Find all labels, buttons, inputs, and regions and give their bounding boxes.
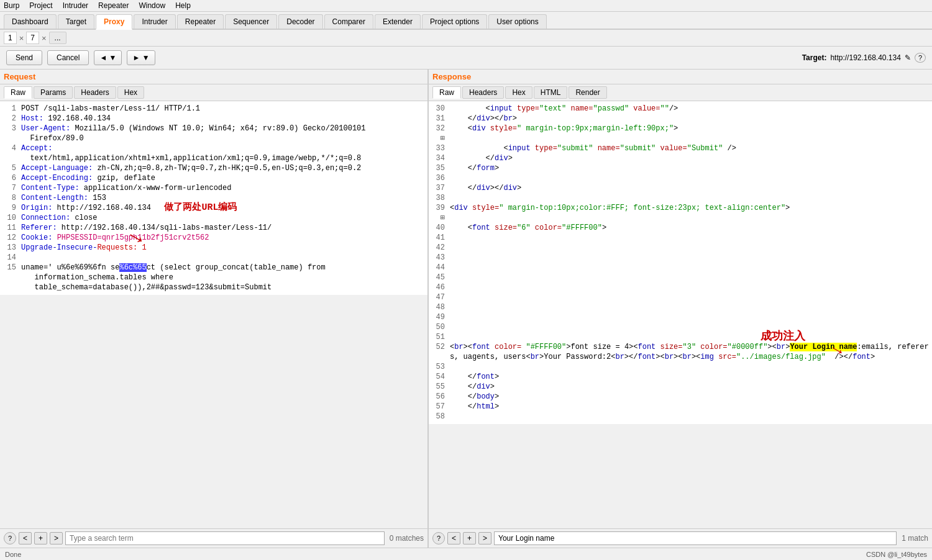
req-line-5: 5 Accept-Language: zh-CN,zh;q=0.8,zh-TW;… (2, 163, 425, 173)
req-line-12: 12 Cookie: PHPSESSID=qnrl5gph11b2fj51crv… (2, 233, 425, 243)
request-tabs: Raw Params Headers Hex (0, 84, 427, 101)
res-line-51: 51 (431, 332, 930, 342)
tab-repeater[interactable]: Repeater (177, 14, 224, 29)
res-line-45: 45 (431, 273, 930, 282)
request-tab-raw[interactable]: Raw (4, 86, 32, 99)
response-tabs: Raw Headers Hex HTML Render (429, 84, 932, 101)
req-line-10: 10 Connection: close (2, 213, 425, 223)
req-line-4b: text/html,application/xhtml+xml,applicat… (2, 153, 425, 163)
tab-extender[interactable]: Extender (375, 14, 421, 29)
status-left: Done (5, 551, 21, 558)
edit-icon[interactable]: ✎ (905, 53, 911, 62)
res-line-48: 48 (431, 302, 930, 312)
response-title: Response (432, 72, 471, 81)
res-line-41: 41 (431, 233, 930, 243)
tab-proxy[interactable]: Proxy (96, 14, 132, 30)
request-panel: Request Raw Params Headers Hex 1 POST /s… (0, 70, 429, 548)
response-panel: Response Raw Headers Hex HTML Render 30 … (429, 70, 932, 548)
request-num-7[interactable]: 7 (26, 32, 39, 44)
request-search-input[interactable] (65, 531, 385, 545)
tab-comparer[interactable]: Comparer (324, 14, 373, 29)
status-bar: Done CSDN @li_t49bytes (0, 548, 932, 560)
request-tab-headers[interactable]: Headers (74, 86, 116, 99)
res-line-31: 31 </div></br> (431, 114, 930, 124)
res-line-50: 50 (431, 322, 930, 332)
request-tab-hex[interactable]: Hex (117, 86, 144, 99)
req-line-13: 13 Upgrade-Insecure-Requests: 1 (2, 243, 425, 253)
req-line-4: 4 Accept: (2, 143, 425, 153)
main-tabbar: Dashboard Target Proxy Intruder Repeater… (0, 12, 932, 30)
res-line-46: 46 (431, 282, 930, 292)
res-line-49: 49 (431, 312, 930, 322)
res-line-37: 37 </div></div> (431, 183, 930, 193)
res-line-52: 52 <br><font color= "#FFFF00">font size … (431, 342, 930, 362)
response-code-area[interactable]: 30 <input type="text" name="passwd" valu… (429, 101, 932, 424)
response-tab-render[interactable]: Render (569, 86, 606, 99)
request-search-next[interactable]: > (50, 532, 63, 544)
res-line-38: 38 (431, 193, 930, 203)
req-line-7: 7 Content-Type: application/x-www-form-u… (2, 183, 425, 193)
req-line-3: 3 User-Agent: Mozilla/5.0 (Windows NT 10… (2, 124, 425, 133)
request-nav-bar: 1 × 7 × ... (0, 30, 932, 47)
response-search-prev[interactable]: < (447, 532, 460, 544)
res-line-34: 34 </div> (431, 153, 930, 163)
response-tab-hex[interactable]: Hex (505, 86, 532, 99)
send-button[interactable]: Send (6, 50, 42, 65)
response-help-button[interactable]: ? (432, 532, 445, 544)
response-search-input[interactable] (494, 531, 897, 545)
req-line-6: 6 Accept-Encoding: gzip, deflate (2, 173, 425, 183)
request-tab-params[interactable]: Params (34, 86, 73, 99)
res-line-47: 47 (431, 292, 930, 302)
tab-sequencer[interactable]: Sequencer (225, 14, 277, 29)
response-tab-html[interactable]: HTML (534, 86, 568, 99)
menu-window[interactable]: Window (139, 1, 165, 10)
tab-intruder[interactable]: Intruder (134, 14, 175, 29)
tab-project-options[interactable]: Project options (422, 14, 487, 29)
response-search-next[interactable]: > (478, 532, 491, 544)
request-code-wrapper: 1 POST /sqli-labs-master/Less-11/ HTTP/1… (0, 101, 427, 528)
nav-right-button[interactable]: ► ▼ (127, 50, 155, 65)
menu-repeater[interactable]: Repeater (98, 1, 129, 10)
res-line-32: 32 ⊞ <div style=" margin-top:9px;margin-… (431, 124, 930, 143)
res-line-56: 56 </body> (431, 392, 930, 402)
req-line-2: 2 Host: 192.168.40.134 (2, 114, 425, 124)
request-num-1[interactable]: 1 (4, 32, 17, 44)
request-ellipsis[interactable]: ... (49, 32, 66, 44)
response-search-matches: 1 match (902, 534, 928, 543)
cancel-button[interactable]: Cancel (47, 50, 89, 65)
res-line-39: 39 ⊞ <div style=" margin-top:10px;color:… (431, 203, 930, 223)
separator: × (19, 34, 24, 43)
res-line-44: 44 (431, 263, 930, 273)
request-code-area[interactable]: 1 POST /sqli-labs-master/Less-11/ HTTP/1… (0, 101, 427, 295)
main-area: Request Raw Params Headers Hex 1 POST /s… (0, 70, 932, 548)
req-line-14: 14 (2, 253, 425, 263)
request-help-button[interactable]: ? (4, 532, 16, 544)
response-tab-raw[interactable]: Raw (432, 86, 461, 99)
req-line-8: 8 Content-Length: 153 (2, 193, 425, 203)
req-line-15: 15 uname=' u%6e%69%6fn se%6c%65ct (selec… (2, 263, 425, 273)
help-icon[interactable]: ? (915, 53, 926, 63)
nav-left-button[interactable]: ◄ ▼ (94, 50, 122, 65)
request-search-prev[interactable]: < (19, 532, 32, 544)
response-header: Response (429, 70, 932, 84)
tab-dashboard[interactable]: Dashboard (4, 14, 57, 29)
tab-user-options[interactable]: User options (488, 14, 546, 29)
tab-decoder[interactable]: Decoder (278, 14, 322, 29)
res-line-57: 57 </html> (431, 402, 930, 412)
req-line-11: 11 Referer: http://192.168.40.134/sqli-l… (2, 223, 425, 233)
res-line-33: 33 <input type="submit" name="submit" va… (431, 143, 930, 153)
res-line-30: 30 <input type="text" name="passwd" valu… (431, 104, 930, 114)
menu-help[interactable]: Help (175, 1, 191, 10)
request-search-matches: 0 matches (390, 534, 424, 543)
request-title: Request (4, 72, 35, 81)
response-code-wrapper: 30 <input type="text" name="passwd" valu… (429, 101, 932, 528)
menu-intruder[interactable]: Intruder (63, 1, 88, 10)
response-search-add[interactable]: + (463, 532, 476, 544)
response-tab-headers[interactable]: Headers (462, 86, 504, 99)
tab-target[interactable]: Target (58, 14, 94, 29)
menu-project[interactable]: Project (29, 1, 52, 10)
request-search-add[interactable]: + (34, 532, 47, 544)
menu-burp[interactable]: Burp (4, 1, 19, 10)
res-line-35: 35 </form> (431, 163, 930, 173)
res-line-43: 43 (431, 253, 930, 263)
